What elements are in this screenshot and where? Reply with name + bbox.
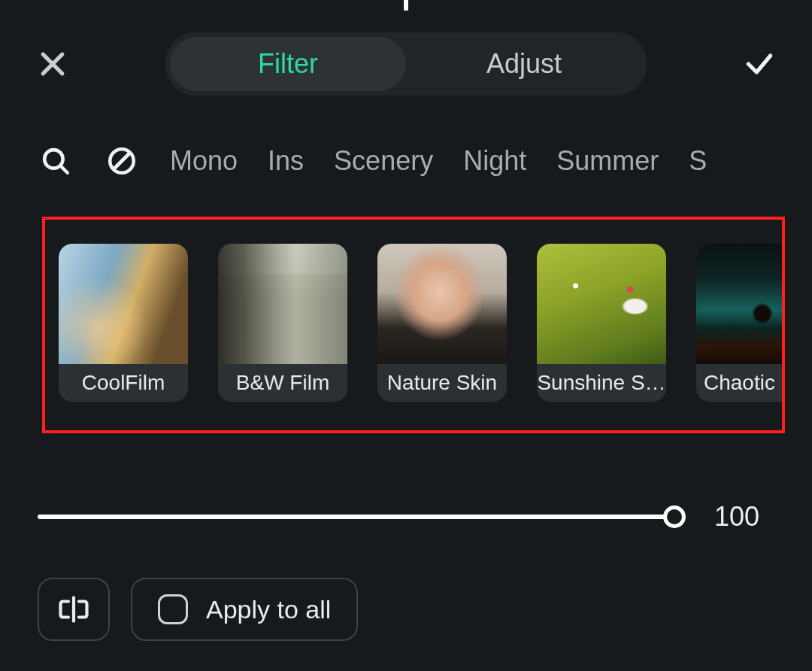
filter-thumbnail [537, 244, 666, 364]
intensity-slider[interactable] [38, 506, 684, 528]
filter-bw-film[interactable]: B&W Film [218, 244, 347, 402]
search-icon [40, 145, 71, 177]
close-button[interactable] [30, 41, 75, 87]
apply-to-all-label: Apply to all [206, 595, 331, 624]
compare-icon [58, 594, 89, 625]
filter-thumbnail [696, 244, 785, 364]
category-more[interactable]: S [689, 145, 707, 177]
tab-adjust[interactable]: Adjust [406, 37, 642, 91]
check-icon [743, 47, 776, 80]
top-indicator [404, 0, 408, 11]
category-scenery[interactable]: Scenery [334, 145, 433, 177]
slider-value: 100 [714, 501, 774, 533]
ban-icon [106, 145, 138, 177]
confirm-button[interactable] [737, 41, 782, 87]
slider-track [38, 515, 684, 519]
compare-button[interactable] [38, 578, 110, 641]
filter-label: Chaotic Car. [696, 364, 785, 402]
apply-to-all-button[interactable]: Apply to all [131, 578, 358, 641]
category-mono[interactable]: Mono [170, 145, 238, 177]
filter-label: Nature Skin [377, 364, 507, 402]
category-row: Mono Ins Scenery Night Summer S [0, 98, 812, 179]
filter-sunshine[interactable]: Sunshine S… [537, 244, 666, 402]
tab-filter[interactable]: Filter [170, 37, 406, 91]
header: Filter Adjust [0, 0, 812, 98]
filter-thumbnail [59, 244, 188, 364]
filters-row[interactable]: CoolFilm B&W Film Nature Skin Sunshine S… [59, 244, 782, 402]
category-summer[interactable]: Summer [556, 145, 659, 177]
filter-label: B&W Film [218, 364, 347, 402]
filter-coolfilm[interactable]: CoolFilm [59, 244, 188, 402]
slider-handle[interactable] [663, 506, 686, 528]
category-night[interactable]: Night [463, 145, 526, 177]
filter-chaotic[interactable]: Chaotic Car. [696, 244, 785, 402]
filters-highlight-box: CoolFilm B&W Film Nature Skin Sunshine S… [42, 217, 785, 433]
filter-thumbnail [377, 244, 507, 364]
intensity-slider-area: 100 [0, 501, 812, 533]
search-button[interactable] [38, 143, 74, 179]
tab-group: Filter Adjust [165, 32, 647, 96]
filter-nature-skin[interactable]: Nature Skin [377, 244, 507, 402]
filter-label: CoolFilm [59, 364, 188, 402]
category-ins[interactable]: Ins [268, 145, 304, 177]
no-filter-button[interactable] [104, 143, 140, 179]
filter-label: Sunshine S… [537, 364, 666, 402]
filter-thumbnail [218, 244, 347, 364]
bottom-row: Apply to all [0, 578, 812, 641]
close-icon [36, 47, 69, 80]
apply-to-all-checkbox[interactable] [158, 594, 188, 624]
